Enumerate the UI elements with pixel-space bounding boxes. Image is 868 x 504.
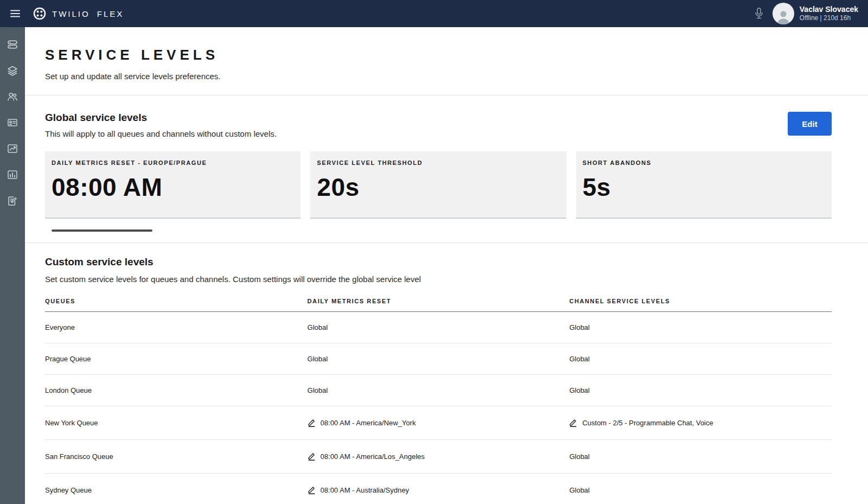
teams-icon xyxy=(7,91,18,102)
twilio-logo-icon xyxy=(33,7,47,21)
queue-name-cell-value: London Queue xyxy=(45,386,92,394)
custom-section-title: Custom service levels xyxy=(45,256,832,268)
channel-service-levels-cell: Global xyxy=(569,375,832,406)
daily-metrics-reset-cell-value: Global xyxy=(308,355,328,363)
metric-card-service-level-threshold: SERVICE LEVEL THRESHOLD 20s xyxy=(310,151,566,219)
queue-name-cell: Everyone xyxy=(45,312,308,343)
queue-name-cell: Sydney Queue xyxy=(45,474,308,504)
global-service-levels-section: Global service levels This will apply to… xyxy=(25,95,868,243)
user-status: Offline | 210d 16h xyxy=(800,14,858,23)
custom-section-description: Set custom service levels for queues and… xyxy=(45,275,832,284)
table-row[interactable]: London QueueGlobalGlobal xyxy=(45,375,832,406)
id-card-icon xyxy=(7,117,18,128)
custom-service-levels-table: QUEUES DAILY METRICS RESET CHANNEL SERVI… xyxy=(45,294,832,504)
daily-metrics-reset-cell-value: 08:00 AM - America/Los_Angeles xyxy=(321,452,425,461)
page-title: SERVICE LEVELS xyxy=(45,47,832,63)
metric-label: SHORT ABANDONS xyxy=(583,160,825,166)
table-row[interactable]: EveryoneGlobalGlobal xyxy=(45,312,832,343)
layers-icon xyxy=(7,65,18,76)
metric-value: 08:00 AM xyxy=(52,173,294,202)
column-header-channel-service-levels: CHANNEL SERVICE LEVELS xyxy=(569,294,832,312)
sidebar-item-layers[interactable] xyxy=(0,58,25,84)
metric-card-daily-reset: DAILY METRICS RESET - EUROPE/PRAGUE 08:0… xyxy=(45,151,301,219)
sidebar-item-form-edit[interactable] xyxy=(0,188,25,214)
edit-pencil-icon xyxy=(308,485,316,495)
daily-metrics-reset-cell: Global xyxy=(308,312,570,343)
channel-service-levels-cell-value: Global xyxy=(569,386,590,394)
sidebar-item-queue-stats[interactable] xyxy=(0,31,25,58)
daily-metrics-reset-cell-value: 08:00 AM - America/New_York xyxy=(321,419,416,427)
custom-service-levels-section: Custom service levels Set custom service… xyxy=(25,243,868,504)
microphone-icon[interactable] xyxy=(751,5,767,22)
table-row[interactable]: Prague QueueGlobalGlobal xyxy=(45,343,832,375)
brand-title: TWILIO FLEX xyxy=(52,9,124,18)
edit-pencil-icon xyxy=(308,451,316,462)
sidebar-item-id-card[interactable] xyxy=(0,110,25,136)
queue-name-cell: Prague Queue xyxy=(45,343,308,375)
daily-metrics-reset-cell-value: 08:00 AM - Australia/Sydney xyxy=(321,486,409,494)
user-name: Vaclav Slovacek xyxy=(800,4,858,14)
metric-value: 5s xyxy=(583,173,825,202)
daily-metrics-reset-cell: Global xyxy=(308,375,570,406)
global-metric-cards: DAILY METRICS RESET - EUROPE/PRAGUE 08:0… xyxy=(45,151,832,219)
metric-label: DAILY METRICS RESET - EUROPE/PRAGUE xyxy=(52,160,294,166)
channel-service-levels-cell: Global xyxy=(569,474,832,504)
daily-metrics-reset-cell[interactable]: 08:00 AM - America/New_York xyxy=(308,406,570,440)
channel-service-levels-cell[interactable]: Custom - 2/5 - Programmable Chat, Voice xyxy=(569,406,832,440)
queue-name-cell-value: Prague Queue xyxy=(45,355,91,363)
global-section-description: This will apply to all queues and channe… xyxy=(45,129,277,138)
sidebar-item-bar-chart[interactable] xyxy=(0,162,25,188)
sidebar-item-teams[interactable] xyxy=(0,84,25,110)
daily-metrics-reset-cell[interactable]: 08:00 AM - America/Los_Angeles xyxy=(308,440,570,474)
queue-stats-icon xyxy=(7,39,18,50)
channel-service-levels-cell: Global xyxy=(569,343,832,375)
channel-service-levels-cell-value: Global xyxy=(569,452,590,461)
channel-service-levels-cell: Global xyxy=(569,312,832,343)
channel-service-levels-cell-value: Global xyxy=(569,486,590,494)
channel-service-levels-cell-value: Custom - 2/5 - Programmable Chat, Voice xyxy=(582,419,713,427)
channel-service-levels-cell: Global xyxy=(569,440,832,474)
form-edit-icon xyxy=(7,195,18,206)
sidebar-item-line-chart[interactable] xyxy=(0,136,25,162)
horizontal-scrollbar-thumb[interactable] xyxy=(52,229,152,232)
queue-name-cell-value: New York Queue xyxy=(45,419,98,427)
page-header: SERVICE LEVELS Set up and update all ser… xyxy=(25,27,868,95)
daily-metrics-reset-cell-value: Global xyxy=(308,323,328,331)
bar-chart-icon xyxy=(7,169,18,180)
edit-button[interactable]: Edit xyxy=(788,112,832,136)
page-subtitle: Set up and update all service levels pre… xyxy=(45,72,832,81)
user-avatar-icon[interactable] xyxy=(773,3,794,24)
metric-label: SERVICE LEVEL THRESHOLD xyxy=(317,160,559,166)
queue-name-cell: New York Queue xyxy=(45,406,308,440)
table-row[interactable]: San Francisco Queue08:00 AM - America/Lo… xyxy=(45,440,832,474)
channel-service-levels-cell-value: Global xyxy=(569,323,590,331)
queue-name-cell-value: San Francisco Queue xyxy=(45,452,113,461)
main-content: SERVICE LEVELS Set up and update all ser… xyxy=(25,27,868,504)
daily-metrics-reset-cell: Global xyxy=(308,343,570,375)
edit-pencil-icon xyxy=(308,418,316,428)
queue-name-cell-value: Sydney Queue xyxy=(45,486,92,494)
hamburger-menu-icon[interactable] xyxy=(8,6,23,21)
metric-value: 20s xyxy=(317,173,559,202)
line-chart-icon xyxy=(7,143,18,154)
column-header-queues: QUEUES xyxy=(45,294,308,312)
sidebar xyxy=(0,27,25,504)
global-section-title: Global service levels xyxy=(45,112,277,124)
channel-service-levels-cell-value: Global xyxy=(569,355,590,363)
daily-metrics-reset-cell[interactable]: 08:00 AM - Australia/Sydney xyxy=(308,474,570,504)
queue-name-cell: San Francisco Queue xyxy=(45,440,308,474)
column-header-daily-metrics-reset: DAILY METRICS RESET xyxy=(308,294,570,312)
table-row[interactable]: New York Queue08:00 AM - America/New_Yor… xyxy=(45,406,832,440)
topbar: TWILIO FLEX Vaclav Slovacek Offline | 21… xyxy=(0,0,868,27)
edit-pencil-icon xyxy=(569,418,577,428)
daily-metrics-reset-cell-value: Global xyxy=(308,386,328,394)
table-row[interactable]: Sydney Queue08:00 AM - Australia/SydneyG… xyxy=(45,474,832,504)
queue-name-cell: London Queue xyxy=(45,375,308,406)
metric-card-short-abandons: SHORT ABANDONS 5s xyxy=(576,151,832,219)
queue-name-cell-value: Everyone xyxy=(45,323,75,331)
